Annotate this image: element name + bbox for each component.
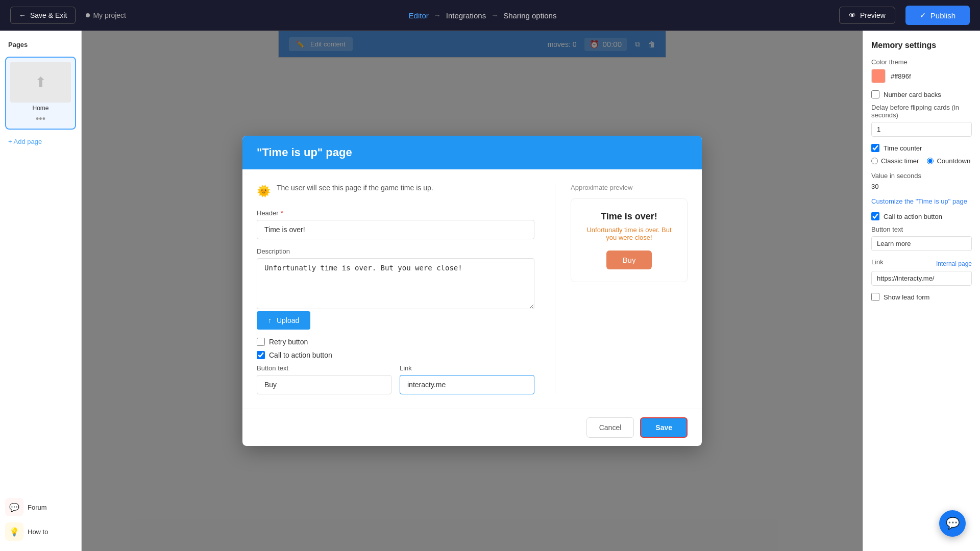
show-lead-form-label: Show lead form xyxy=(884,293,929,301)
save-exit-button[interactable]: ← Save & Exit xyxy=(10,7,76,24)
nav-integrations[interactable]: Integrations xyxy=(446,11,486,20)
time-counter-label: Time counter xyxy=(884,144,922,152)
rs-internal-link[interactable]: Internal page xyxy=(936,260,972,267)
call-to-action-checkbox[interactable] xyxy=(257,351,265,359)
page-item-home[interactable]: ⬆ Home ••• xyxy=(5,57,76,130)
inline-fields: Button text Link xyxy=(257,364,534,394)
chat-button[interactable]: 💬 xyxy=(939,510,966,537)
right-sidebar: Memory settings Color theme #ff896f Numb… xyxy=(863,31,980,551)
required-star: * xyxy=(281,209,283,217)
show-lead-form-checkbox[interactable] xyxy=(871,293,879,301)
retry-button-label: Retry button xyxy=(269,338,308,346)
arrow-icon-2: → xyxy=(491,11,498,19)
call-to-action-rs-label: Call to action button xyxy=(884,213,942,220)
rs-button-text-label: Button text xyxy=(871,226,972,233)
description-field-label: Description xyxy=(257,247,534,255)
nav-editor[interactable]: Editor xyxy=(409,11,429,20)
modal-header: "Time is up" page xyxy=(242,136,702,169)
left-sidebar: Pages ⬆ Home ••• + Add page 💬 Forum 💡 Ho… xyxy=(0,31,82,551)
publish-button[interactable]: ✓ Publish xyxy=(905,6,970,25)
preview-buy-button[interactable]: Buy xyxy=(606,251,652,269)
button-text-field: Button text xyxy=(257,364,391,394)
description-textarea[interactable]: Unfortunatly time is over. But you were … xyxy=(257,258,534,309)
link-field: Link xyxy=(400,364,534,394)
color-theme-row: #ff896f xyxy=(871,69,972,83)
topbar: ← Save & Exit My project Editor → Integr… xyxy=(0,0,980,31)
rs-link-row: Link Internal page xyxy=(871,258,972,269)
info-row: 🌞 The user will see this page if the gam… xyxy=(257,184,534,198)
memory-settings-title: Memory settings xyxy=(871,41,972,50)
number-card-backs-label: Number card backs xyxy=(884,91,941,98)
call-to-action-label: Call to action button xyxy=(269,351,332,359)
value-in-seconds: 30 xyxy=(871,183,972,190)
modal-left: 🌞 The user will see this page if the gam… xyxy=(257,184,534,394)
project-name: My project xyxy=(86,11,126,19)
color-value: #ff896f xyxy=(891,72,911,80)
rs-button-text-input[interactable] xyxy=(871,236,972,251)
preview-label: Approximate preview xyxy=(571,184,688,191)
delay-label: Delay before flipping cards (in seconds) xyxy=(871,104,972,119)
preview-card: Time is over! Unfortunatly time is over.… xyxy=(571,198,688,282)
modal-footer: Cancel Save xyxy=(242,409,702,446)
call-to-action-rs-checkbox[interactable] xyxy=(871,212,879,220)
link-input[interactable] xyxy=(400,375,534,394)
classic-timer-radio[interactable] xyxy=(871,158,878,164)
add-page-button[interactable]: + Add page xyxy=(5,135,76,148)
delay-input[interactable] xyxy=(871,122,972,137)
page-thumb-icon: ⬆ xyxy=(35,74,46,91)
sidebar-forum[interactable]: 💬 Forum xyxy=(5,498,76,516)
howto-icon: 💡 xyxy=(5,522,23,541)
sidebar-footer: 💬 Forum 💡 How to xyxy=(5,498,76,541)
header-field-label: Header * xyxy=(257,209,534,217)
rs-link-input[interactable] xyxy=(871,271,972,286)
sidebar-howto[interactable]: 💡 How to xyxy=(5,522,76,541)
time-is-up-modal: "Time is up" page 🌞 The user will see th… xyxy=(242,136,702,446)
upload-icon: ↑ xyxy=(268,316,272,324)
main-layout: Pages ⬆ Home ••• + Add page 💬 Forum 💡 Ho… xyxy=(0,31,980,551)
rs-link-label: Link xyxy=(871,258,884,266)
button-text-input[interactable] xyxy=(257,375,391,394)
time-counter-checkbox[interactable] xyxy=(871,144,879,152)
save-button[interactable]: Save xyxy=(640,417,688,438)
sidebar-title: Pages xyxy=(5,41,76,48)
call-to-action-rs-row: Call to action button xyxy=(871,212,972,220)
save-exit-label: Save & Exit xyxy=(30,11,67,19)
link-label: Link xyxy=(400,364,534,372)
forum-icon: 💬 xyxy=(5,498,23,516)
color-theme-label: Color theme xyxy=(871,58,972,66)
button-text-label: Button text xyxy=(257,364,391,372)
header-input[interactable] xyxy=(257,220,534,239)
chat-icon: 💬 xyxy=(946,517,960,530)
info-text: The user will see this page if the game … xyxy=(277,184,433,192)
color-swatch[interactable] xyxy=(871,69,886,83)
value-in-seconds-label: Value in seconds xyxy=(871,172,972,180)
modal-backdrop: "Time is up" page 🌞 The user will see th… xyxy=(82,31,863,551)
classic-timer-option[interactable]: Classic timer xyxy=(871,157,919,165)
nav-sharing[interactable]: Sharing options xyxy=(503,11,556,20)
preview-desc: Unfortunatly time is over. But you were … xyxy=(581,226,677,241)
call-to-action-checkbox-row: Call to action button xyxy=(257,351,534,359)
countdown-option[interactable]: Countdown xyxy=(927,157,970,165)
page-more-icon[interactable]: ••• xyxy=(36,114,45,124)
customize-link[interactable]: Customize the "Time is up" page xyxy=(871,197,972,205)
modal-right: Approximate preview Time is over! Unfort… xyxy=(555,184,688,394)
retry-button-checkbox[interactable] xyxy=(257,338,265,346)
arrow-icon-1: → xyxy=(434,11,441,19)
nav-steps: Editor → Integrations → Sharing options xyxy=(409,11,557,20)
classic-timer-label: Classic timer xyxy=(881,157,919,165)
check-icon: ✓ xyxy=(920,11,926,20)
retry-button-checkbox-row: Retry button xyxy=(257,338,534,346)
upload-button[interactable]: ↑ Upload xyxy=(257,311,310,330)
modal-title: "Time is up" page xyxy=(257,146,688,159)
show-lead-form-row: Show lead form xyxy=(871,293,972,301)
cancel-button[interactable]: Cancel xyxy=(586,417,634,438)
preview-button[interactable]: 👁 Preview xyxy=(839,7,895,24)
number-card-backs-checkbox[interactable] xyxy=(871,90,879,98)
eye-icon: 👁 xyxy=(849,11,856,19)
preview-heading: Time is over! xyxy=(581,211,677,222)
center-content: ✏️ Edit content moves: 0 ⏰ 00:00 ⧉ 🗑 xyxy=(82,31,863,551)
page-label-home: Home xyxy=(10,105,71,112)
countdown-radio[interactable] xyxy=(927,158,934,164)
countdown-label: Countdown xyxy=(937,157,970,165)
modal-body: 🌞 The user will see this page if the gam… xyxy=(242,169,702,409)
